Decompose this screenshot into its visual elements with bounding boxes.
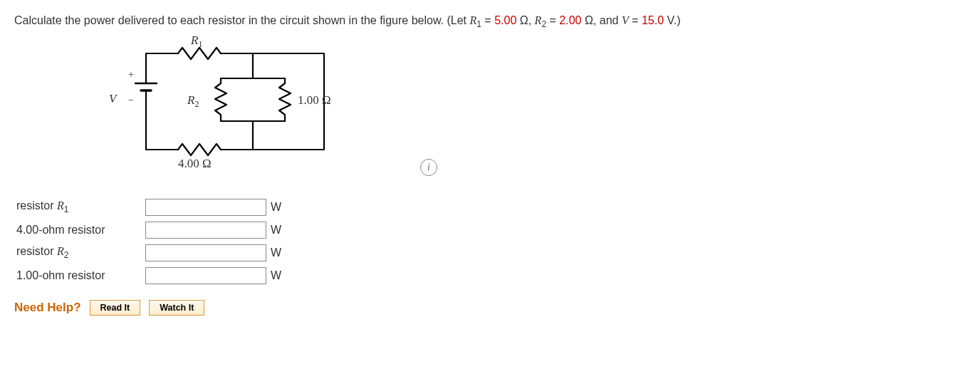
need-help-label: Need Help?: [14, 301, 81, 315]
unit-4ohm: W: [269, 219, 283, 241]
need-help-row: Need Help? Read It Watch It: [14, 300, 966, 316]
answer-table: resistor R1 W 4.00-ohm resistor W resist…: [14, 196, 283, 287]
label-minus: −: [128, 95, 134, 106]
unit-r2: W: [269, 241, 283, 264]
unit-1ohm: W: [269, 264, 283, 287]
label-1ohm: 1.00 Ω: [298, 93, 331, 108]
input-r1[interactable]: [145, 199, 266, 216]
answer-row-4ohm: 4.00-ohm resistor W: [14, 219, 283, 241]
answer-row-1ohm: 1.00-ohm resistor W: [14, 264, 283, 287]
watch-it-button[interactable]: Watch It: [149, 300, 204, 316]
label-r1: R1: [191, 33, 202, 50]
label-r2: R2: [187, 93, 199, 110]
input-r2[interactable]: [145, 244, 266, 261]
circuit-figure: R1 R2 1.00 Ω 4.00 Ω V + − i: [107, 39, 966, 182]
read-it-button[interactable]: Read It: [90, 300, 141, 316]
answer-row-r1: resistor R1 W: [14, 196, 283, 219]
label-plus: +: [128, 69, 134, 80]
unit-r1: W: [269, 196, 283, 219]
label-v: V: [109, 92, 116, 106]
answer-row-r2: resistor R2 W: [14, 241, 283, 264]
problem-statement: Calculate the power delivered to each re…: [14, 13, 966, 31]
label-4ohm: 4.00 Ω: [178, 157, 212, 171]
info-icon[interactable]: i: [420, 159, 437, 176]
input-1ohm[interactable]: [145, 267, 266, 284]
input-4ohm[interactable]: [145, 222, 266, 239]
